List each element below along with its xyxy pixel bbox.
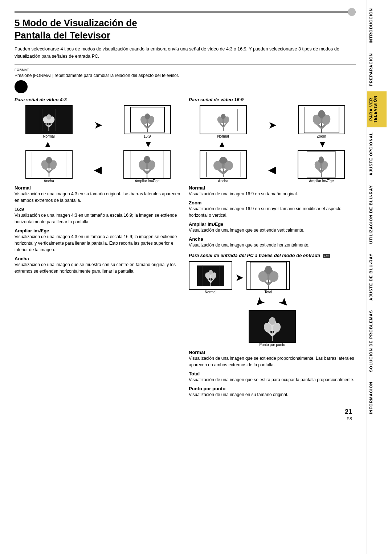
tulip-ancha bbox=[27, 152, 71, 177]
arrow-diag-left: ➤ bbox=[252, 294, 269, 311]
desc-punto-pc: Punto por punto Visualización de una ima… bbox=[189, 386, 356, 398]
arrow-down-43: ▼ bbox=[124, 139, 172, 149]
desc-ancha-169: Ancha Visualización de una imagen que se… bbox=[189, 236, 356, 248]
mode-box-normal-pc bbox=[189, 261, 232, 290]
format-button-icon bbox=[15, 80, 28, 93]
mode-box-ancha-169 bbox=[200, 150, 247, 179]
tulip-ampliar-169 bbox=[307, 150, 336, 179]
sidenav-introduccion: INTRODUCCIÓN bbox=[367, 4, 387, 48]
arrow-up-43: ▲ bbox=[24, 139, 72, 149]
mode-box-zoom-169 bbox=[298, 105, 345, 134]
tulip-normal-169 bbox=[209, 108, 238, 132]
svg-point-15 bbox=[145, 114, 150, 119]
desc-normal-169: Normal Visualización de una imagen 16:9 … bbox=[189, 185, 356, 197]
page-number: 21 bbox=[345, 408, 352, 415]
svg-point-7 bbox=[46, 114, 51, 120]
arrow-right-1: ➤ bbox=[94, 119, 102, 131]
svg-point-45 bbox=[219, 157, 227, 164]
video-43-section: Para señal de vídeo 4:3 bbox=[15, 97, 181, 401]
sidenav-para-ver: PARA VERTELEVISIÓN bbox=[367, 91, 387, 127]
mode-box-ampliar-169 bbox=[298, 150, 345, 179]
desc-ampliar-169: Ampliar imÆge Visualización de una image… bbox=[189, 221, 356, 233]
pc-section: Para señal de entrada del PC a través de… bbox=[189, 253, 356, 398]
arrow-down-169: ▼ bbox=[299, 139, 346, 149]
svg-point-33 bbox=[221, 114, 225, 119]
pc-section-title: Para señal de entrada del PC a través de… bbox=[189, 253, 356, 258]
format-instruction: FORMAT Presione [FORMAT] repetidamente p… bbox=[15, 64, 356, 94]
svg-point-71 bbox=[269, 317, 275, 325]
tulip-ancha-169 bbox=[201, 152, 245, 177]
mode-box-normal-43 bbox=[25, 105, 73, 134]
svg-point-39 bbox=[318, 110, 325, 118]
arrow-right-169: ➤ bbox=[268, 119, 277, 131]
sidenav-bluray-uso: UTILIZACION DE BLU-RAY bbox=[367, 181, 387, 248]
video-43-title: Para señal de vídeo 4:3 bbox=[15, 97, 181, 102]
mode-box-total-pc bbox=[246, 261, 290, 290]
right-column: Para señal de vídeo 16:9 bbox=[189, 97, 356, 401]
lang-label: ES bbox=[347, 416, 352, 421]
svg-point-59 bbox=[208, 270, 212, 274]
desc-169: 16:9 Visualización de una imagen 4:3 en … bbox=[15, 207, 181, 225]
arrow-up-169: ▲ bbox=[199, 139, 246, 149]
mode-grid-43: Normal ➤ bbox=[15, 105, 181, 183]
side-navigation: INTRODUCCIÓN PREPARACIÓN PARA VERTELEVIS… bbox=[367, 0, 387, 554]
intro-text: Pueden seleccionarse 4 tipos de modos de… bbox=[15, 45, 356, 60]
desc-normal-pc: Normal Visualización de una imagen que s… bbox=[189, 350, 356, 368]
pc-grid-row1: Normal ➤ bbox=[189, 261, 356, 294]
sidenav-bluray-ajuste: AJUSTE DE BLU-RAY bbox=[367, 249, 387, 305]
punto-box-container: Punto por punto bbox=[189, 310, 356, 347]
arrow-left-169: ◀ bbox=[268, 164, 276, 176]
page-title: 5 Modo de Visualización de Pantalla del … bbox=[15, 17, 356, 42]
sidenav-problemas: SOLUCIÓN DE PROBLEMAS bbox=[367, 306, 387, 376]
tulip-ampliar bbox=[125, 150, 169, 179]
tulip-normal-pc bbox=[197, 264, 224, 288]
desc-total-pc: Total Visualización de una imagen que se… bbox=[189, 371, 356, 383]
pc-diagonal-arrows: ➤ ➤ bbox=[189, 296, 356, 309]
tulip-169 bbox=[126, 107, 169, 133]
section-number: 5 bbox=[15, 17, 20, 28]
sidenav-informacion: INFORMACIÓN bbox=[367, 377, 387, 419]
video-169-section: Para señal de vídeo 16:9 bbox=[189, 97, 356, 248]
mode-box-ancha bbox=[25, 150, 73, 179]
mode-box-normal-169 bbox=[200, 105, 247, 134]
arrow-left-1: ◀ bbox=[94, 164, 102, 176]
tulip-total-pc bbox=[248, 262, 289, 289]
mode-box-ampliar bbox=[123, 150, 171, 179]
sidenav-ajuste-opcional: AJUSTE OPCIONAL bbox=[367, 128, 387, 180]
svg-point-65 bbox=[265, 266, 272, 274]
mode-grid-169: Normal ➤ bbox=[189, 105, 356, 183]
tulip-normal bbox=[39, 108, 59, 132]
tulip-zoom-169 bbox=[302, 107, 342, 133]
sidenav-preparacion: PREPARACIÓN bbox=[367, 49, 387, 90]
mode-box-punto bbox=[249, 310, 296, 343]
tulip-punto bbox=[254, 312, 290, 341]
desc-normal-43: Normal Visualización de una imagen 4:3 e… bbox=[15, 185, 181, 204]
pc-badge: D3 bbox=[323, 254, 330, 258]
arrow-right-pc: ➤ bbox=[235, 272, 244, 284]
arrow-diag-right: ➤ bbox=[276, 294, 293, 311]
desc-zoom-169: Zoom Visualización de una imagen 16:9 en… bbox=[189, 200, 356, 219]
desc-ampliar-43: Ampliar imÆge Visualización de una image… bbox=[15, 228, 181, 253]
svg-point-27 bbox=[144, 156, 150, 163]
mode-box-169 bbox=[124, 105, 171, 134]
desc-ancha-43: Ancha Visualización de una imagen que se… bbox=[15, 256, 181, 274]
svg-point-21 bbox=[46, 157, 52, 164]
svg-point-51 bbox=[319, 156, 324, 163]
